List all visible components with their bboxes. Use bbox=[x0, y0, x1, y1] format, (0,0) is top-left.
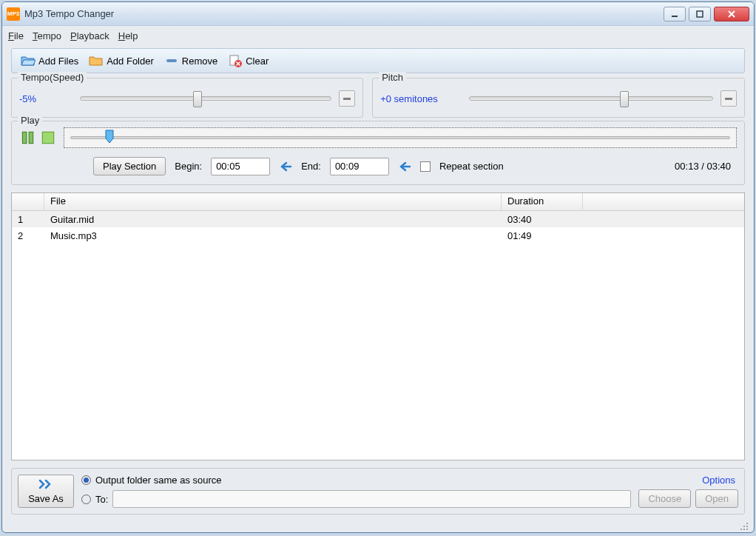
close-button[interactable] bbox=[714, 7, 749, 21]
svg-point-19 bbox=[746, 529, 748, 530]
menu-playback[interactable]: Playback bbox=[70, 30, 109, 41]
clear-button[interactable]: Clear bbox=[225, 53, 271, 69]
svg-rect-13 bbox=[42, 132, 53, 143]
tempo-reset-button[interactable] bbox=[339, 90, 355, 107]
folder-open-icon bbox=[21, 54, 36, 67]
window-title: Mp3 Tempo Changer bbox=[24, 8, 664, 19]
pitch-panel: Pitch +0 semitones bbox=[372, 78, 745, 118]
tempo-slider-thumb[interactable] bbox=[193, 91, 202, 107]
end-set-arrow-icon[interactable] bbox=[398, 161, 411, 172]
row-number: 1 bbox=[12, 212, 44, 227]
table-row[interactable]: 2Music.mp301:49 bbox=[12, 227, 744, 244]
end-input[interactable] bbox=[330, 158, 389, 175]
svg-rect-9 bbox=[343, 98, 351, 100]
clear-icon bbox=[228, 54, 243, 67]
toolbar-label: Clear bbox=[246, 56, 269, 67]
col-duration-header[interactable]: Duration bbox=[502, 193, 583, 210]
titlebar[interactable]: MP3 Mp3 Tempo Changer bbox=[2, 2, 754, 26]
maximize-button[interactable] bbox=[689, 7, 711, 21]
tempo-value: -5% bbox=[19, 93, 72, 104]
stop-button[interactable] bbox=[40, 130, 56, 146]
row-duration: 01:49 bbox=[502, 228, 583, 244]
pitch-slider[interactable] bbox=[469, 96, 713, 101]
remove-button[interactable]: Remove bbox=[161, 53, 220, 69]
menubar: File Tempo Playback Help bbox=[2, 26, 754, 45]
svg-rect-12 bbox=[29, 132, 33, 143]
svg-point-17 bbox=[740, 529, 742, 530]
toolbar-label: Add Files bbox=[38, 56, 78, 67]
minimize-button[interactable] bbox=[664, 7, 686, 21]
play-panel: Play Play Section bbox=[11, 121, 745, 185]
row-number: 2 bbox=[12, 228, 44, 244]
output-to-radio[interactable] bbox=[81, 495, 91, 504]
begin-input[interactable] bbox=[211, 158, 270, 175]
menu-file[interactable]: File bbox=[8, 30, 24, 41]
chevrons-right-icon bbox=[38, 479, 53, 492]
save-as-label: Save As bbox=[28, 493, 64, 504]
col-pad bbox=[583, 193, 744, 210]
tempo-slider[interactable] bbox=[80, 96, 331, 101]
pitch-reset-button[interactable] bbox=[720, 90, 737, 107]
col-number-header[interactable] bbox=[12, 193, 44, 210]
choose-button[interactable]: Choose bbox=[638, 489, 691, 508]
pitch-legend: Pitch bbox=[379, 72, 406, 83]
repeat-label: Repeat section bbox=[439, 161, 504, 172]
file-list-header: File Duration bbox=[12, 193, 744, 211]
statusbar bbox=[2, 520, 754, 532]
progress-marker[interactable] bbox=[104, 130, 115, 144]
file-list[interactable]: File Duration 1Guitar.mid03:402Music.mp3… bbox=[11, 192, 745, 460]
minus-icon bbox=[164, 54, 179, 67]
options-link[interactable]: Options bbox=[702, 475, 738, 486]
tempo-legend: Tempo(Speed) bbox=[18, 72, 87, 83]
svg-point-18 bbox=[743, 529, 745, 530]
tempo-panel: Tempo(Speed) -5% bbox=[11, 78, 363, 118]
svg-rect-4 bbox=[166, 59, 177, 62]
menu-help[interactable]: Help bbox=[118, 30, 138, 41]
svg-point-14 bbox=[746, 523, 748, 524]
time-display: 00:13 / 03:40 bbox=[675, 161, 737, 172]
play-legend: Play bbox=[18, 115, 42, 126]
play-section-button[interactable]: Play Section bbox=[93, 157, 166, 175]
col-file-header[interactable]: File bbox=[44, 193, 502, 210]
add-files-button[interactable]: Add Files bbox=[18, 53, 81, 69]
output-path-input[interactable] bbox=[112, 490, 631, 508]
toolbar-label: Add Folder bbox=[107, 56, 154, 67]
output-same-radio[interactable] bbox=[81, 475, 91, 485]
toolbar: Add Files Add Folder Remove Clear bbox=[11, 48, 745, 73]
row-duration: 03:40 bbox=[502, 212, 583, 227]
begin-label: Begin: bbox=[175, 161, 202, 172]
repeat-section-checkbox[interactable] bbox=[420, 161, 431, 172]
folder-icon bbox=[89, 54, 104, 67]
row-file: Music.mp3 bbox=[44, 228, 502, 244]
svg-rect-10 bbox=[725, 98, 732, 100]
toolbar-label: Remove bbox=[182, 56, 217, 67]
output-same-label: Output folder same as source bbox=[95, 475, 222, 486]
pitch-value: +0 semitones bbox=[380, 93, 462, 104]
end-label: End: bbox=[301, 161, 321, 172]
app-icon: MP3 bbox=[7, 7, 20, 21]
svg-rect-1 bbox=[697, 11, 703, 17]
pitch-slider-thumb[interactable] bbox=[620, 91, 629, 107]
resize-grip-icon[interactable] bbox=[739, 521, 749, 532]
playback-progress[interactable] bbox=[64, 127, 737, 148]
svg-rect-11 bbox=[22, 132, 27, 143]
output-to-label: To: bbox=[95, 494, 108, 505]
open-button[interactable]: Open bbox=[695, 489, 738, 508]
output-bar: Save As Output folder same as source To:… bbox=[11, 468, 745, 515]
table-row[interactable]: 1Guitar.mid03:40 bbox=[12, 211, 744, 227]
pause-button[interactable] bbox=[19, 130, 36, 146]
begin-set-arrow-icon[interactable] bbox=[279, 161, 292, 172]
svg-point-16 bbox=[746, 526, 748, 527]
svg-point-15 bbox=[743, 526, 745, 527]
add-folder-button[interactable]: Add Folder bbox=[86, 53, 157, 69]
row-file: Guitar.mid bbox=[44, 212, 502, 227]
save-as-button[interactable]: Save As bbox=[18, 475, 74, 508]
menu-tempo[interactable]: Tempo bbox=[33, 30, 61, 41]
app-window: MP3 Mp3 Tempo Changer File Tempo Playbac… bbox=[1, 1, 755, 533]
